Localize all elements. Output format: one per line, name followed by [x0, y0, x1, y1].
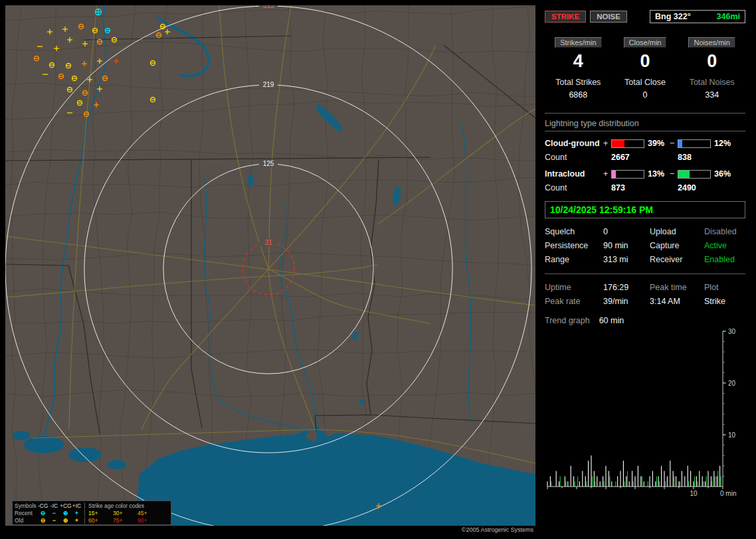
receiver-status: Enabled: [704, 255, 745, 264]
datetime-display: 10/24/2025 12:59:16 PM: [545, 201, 745, 218]
receiver-label: Receiver: [650, 255, 704, 264]
cloud-ground-count-row: Count 2667 838: [545, 153, 745, 162]
total-noises-value: 334: [678, 90, 745, 100]
legend-col-pos-cg: +CG: [60, 502, 71, 509]
plus-sign: +: [603, 169, 611, 179]
strike-toggle-button[interactable]: STRIKE: [545, 11, 586, 23]
strikes-per-min-value: 4: [573, 51, 583, 71]
intracloud-row: Intracloud + 13% − 36%: [545, 169, 745, 179]
svg-text:313: 313: [263, 5, 274, 9]
close-per-min: Close/min 0: [612, 37, 679, 71]
minus-sign: −: [670, 139, 678, 148]
ic-positive-count: 873: [611, 183, 670, 193]
strikes-per-min-label[interactable]: Strikes/min: [555, 37, 601, 48]
minus-sign: −: [670, 169, 678, 179]
cg-positive-bar: [611, 139, 644, 148]
legend-col-pos-ic: +IC: [71, 502, 82, 509]
control-panel: STRIKE NOISE Bng 322° 346mi Strikes/min …: [539, 5, 751, 534]
age-60: 60+: [88, 517, 113, 524]
range-value: 313 mi: [603, 255, 650, 264]
ic-positive-percent: 13%: [644, 169, 670, 179]
map-canvas[interactable]: 31321912531: [5, 5, 535, 526]
svg-text:10: 10: [728, 431, 736, 439]
upload-label: Upload: [650, 227, 704, 236]
ic-minus-old-icon: −: [48, 517, 60, 524]
total-close: Total Close 0: [612, 78, 679, 100]
peak-rate-value: 39/min: [603, 297, 650, 306]
map-legend: Symbols -CG -IC +CG +IC Strike age color…: [12, 501, 171, 525]
uptime-label: Uptime: [545, 283, 603, 292]
legend-recent-label: Recent: [15, 510, 37, 516]
distribution-title: Lightning type distribution: [545, 119, 745, 131]
squelch-label: Squelch: [545, 227, 603, 236]
bearing-value: Bng 322°: [655, 12, 691, 21]
intracloud-label: Intracloud: [545, 169, 603, 179]
separator: [545, 273, 745, 274]
bearing-display: Bng 322° 346mi: [650, 10, 745, 23]
legend-old-label: Old: [15, 517, 37, 524]
noise-toggle-button[interactable]: NOISE: [590, 11, 627, 23]
capture-status: Active: [704, 241, 745, 250]
cg-negative-percent: 12%: [711, 139, 745, 148]
ic-plus-old-icon: +: [71, 517, 82, 524]
cg-plus-recent-icon: ⊕: [60, 510, 71, 516]
legend-col-neg-cg: -CG: [37, 502, 48, 509]
plot-label: Plot: [704, 283, 745, 292]
ic-negative-count: 2490: [678, 183, 745, 193]
separator: [545, 113, 745, 114]
copyright-credit: ©2005 Astrogenic Systems: [462, 526, 533, 533]
cg-minus-recent-icon: ⊖: [37, 510, 48, 516]
ic-negative-bar: [678, 170, 711, 179]
squelch-value: 0: [603, 227, 650, 236]
cg-negative-bar: [678, 139, 711, 148]
svg-text:219: 219: [263, 81, 274, 88]
rates-row: Strikes/min 4 Close/min 0 Noises/min 0: [545, 37, 745, 71]
peak-time-value: 3:14 AM: [650, 297, 704, 306]
noises-per-min: Noises/min 0: [678, 37, 745, 71]
svg-text:10: 10: [690, 490, 698, 497]
legend-symbols-header: Symbols: [15, 502, 37, 509]
settings-grid: Squelch 0 Upload Disabled Persistence 90…: [545, 227, 745, 264]
legend-header-row: Symbols -CG -IC +CG +IC Strike age color…: [15, 502, 169, 509]
lightning-map-area[interactable]: 31321912531 Symbols -CG -IC +CG +IC Stri…: [5, 5, 535, 534]
svg-text:30: 30: [728, 328, 736, 335]
persistence-value: 90 min: [603, 241, 650, 250]
legend-old-row: Old ⊖ − ⊕ + 60+ 75+ 90+: [15, 516, 169, 524]
cg-positive-percent: 39%: [644, 139, 670, 148]
close-per-min-label[interactable]: Close/min: [624, 37, 667, 48]
plus-sign: +: [603, 139, 611, 148]
age-90: 90+: [138, 517, 162, 524]
legend-col-neg-ic: -IC: [48, 502, 60, 509]
panel-header: STRIKE NOISE Bng 322° 346mi: [545, 9, 745, 24]
age-30: 30+: [113, 510, 138, 516]
peak-rate-label: Peak rate: [545, 297, 603, 306]
cloud-ground-label: Cloud-ground: [545, 139, 603, 148]
peak-time-label: Peak time: [650, 283, 704, 292]
svg-text:20: 20: [728, 380, 736, 387]
trend-header: Trend graph 60 min: [545, 316, 745, 325]
bearing-distance: 346mi: [717, 12, 740, 21]
range-label: Range: [545, 255, 603, 264]
status-grid: Uptime 176:29 Peak time Plot Peak rate 3…: [545, 283, 745, 306]
cg-negative-count: 838: [678, 153, 745, 162]
ic-minus-recent-icon: −: [48, 510, 60, 516]
svg-text:0 min: 0 min: [720, 490, 736, 497]
intracloud-count-row: Count 873 2490: [545, 183, 745, 193]
noises-per-min-value: 0: [707, 51, 717, 71]
cg-plus-old-icon: ⊕: [60, 517, 71, 524]
uptime-value: 176:29: [603, 283, 650, 292]
ic-negative-percent: 36%: [711, 169, 745, 179]
trend-graph: 302010100 min: [545, 327, 745, 501]
total-close-label: Total Close: [612, 78, 679, 87]
totals-row: Total Strikes 6868 Total Close 0 Total N…: [545, 78, 745, 100]
cloud-ground-row: Cloud-ground + 39% − 12%: [545, 139, 745, 148]
svg-text:31: 31: [264, 239, 272, 246]
legend-age-title: Strike age color codes: [88, 502, 169, 509]
strikes-per-min: Strikes/min 4: [545, 37, 612, 71]
total-strikes-value: 6868: [545, 90, 612, 100]
noises-per-min-label[interactable]: Noises/min: [688, 37, 735, 48]
persistence-label: Persistence: [545, 241, 603, 250]
total-strikes-label: Total Strikes: [545, 78, 612, 87]
total-close-value: 0: [612, 90, 679, 100]
total-strikes: Total Strikes 6868: [545, 78, 612, 100]
